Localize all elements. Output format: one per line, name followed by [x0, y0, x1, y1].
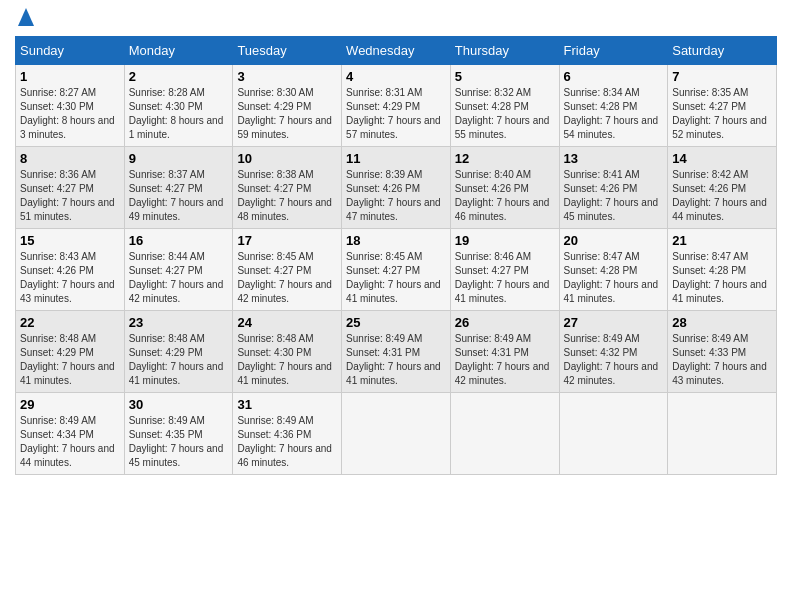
day-number: 27 — [564, 315, 664, 330]
day-number: 6 — [564, 69, 664, 84]
day-number: 25 — [346, 315, 446, 330]
day-number: 31 — [237, 397, 337, 412]
calendar-table: SundayMondayTuesdayWednesdayThursdayFrid… — [15, 36, 777, 475]
col-header-thursday: Thursday — [450, 37, 559, 65]
cell-info: Sunrise: 8:49 AMSunset: 4:32 PMDaylight:… — [564, 333, 659, 386]
calendar-cell: 19Sunrise: 8:46 AMSunset: 4:27 PMDayligh… — [450, 229, 559, 311]
col-header-wednesday: Wednesday — [342, 37, 451, 65]
logo-icon — [18, 8, 34, 26]
calendar-cell: 21Sunrise: 8:47 AMSunset: 4:28 PMDayligh… — [668, 229, 777, 311]
calendar-cell: 29Sunrise: 8:49 AMSunset: 4:34 PMDayligh… — [16, 393, 125, 475]
cell-info: Sunrise: 8:39 AMSunset: 4:26 PMDaylight:… — [346, 169, 441, 222]
day-number: 22 — [20, 315, 120, 330]
cell-info: Sunrise: 8:42 AMSunset: 4:26 PMDaylight:… — [672, 169, 767, 222]
calendar-cell: 18Sunrise: 8:45 AMSunset: 4:27 PMDayligh… — [342, 229, 451, 311]
calendar-cell: 4Sunrise: 8:31 AMSunset: 4:29 PMDaylight… — [342, 65, 451, 147]
cell-info: Sunrise: 8:45 AMSunset: 4:27 PMDaylight:… — [346, 251, 441, 304]
cell-info: Sunrise: 8:47 AMSunset: 4:28 PMDaylight:… — [564, 251, 659, 304]
day-number: 23 — [129, 315, 229, 330]
day-number: 11 — [346, 151, 446, 166]
calendar-cell: 31Sunrise: 8:49 AMSunset: 4:36 PMDayligh… — [233, 393, 342, 475]
calendar-cell: 20Sunrise: 8:47 AMSunset: 4:28 PMDayligh… — [559, 229, 668, 311]
day-number: 13 — [564, 151, 664, 166]
day-number: 7 — [672, 69, 772, 84]
col-header-monday: Monday — [124, 37, 233, 65]
calendar-cell — [668, 393, 777, 475]
cell-info: Sunrise: 8:49 AMSunset: 4:35 PMDaylight:… — [129, 415, 224, 468]
cell-info: Sunrise: 8:32 AMSunset: 4:28 PMDaylight:… — [455, 87, 550, 140]
day-number: 26 — [455, 315, 555, 330]
col-header-sunday: Sunday — [16, 37, 125, 65]
cell-info: Sunrise: 8:45 AMSunset: 4:27 PMDaylight:… — [237, 251, 332, 304]
cell-info: Sunrise: 8:44 AMSunset: 4:27 PMDaylight:… — [129, 251, 224, 304]
svg-marker-0 — [18, 8, 34, 26]
cell-info: Sunrise: 8:49 AMSunset: 4:36 PMDaylight:… — [237, 415, 332, 468]
calendar-cell: 10Sunrise: 8:38 AMSunset: 4:27 PMDayligh… — [233, 147, 342, 229]
cell-info: Sunrise: 8:49 AMSunset: 4:31 PMDaylight:… — [346, 333, 441, 386]
calendar-cell: 28Sunrise: 8:49 AMSunset: 4:33 PMDayligh… — [668, 311, 777, 393]
cell-info: Sunrise: 8:49 AMSunset: 4:34 PMDaylight:… — [20, 415, 115, 468]
day-number: 24 — [237, 315, 337, 330]
day-number: 4 — [346, 69, 446, 84]
day-number: 29 — [20, 397, 120, 412]
cell-info: Sunrise: 8:49 AMSunset: 4:33 PMDaylight:… — [672, 333, 767, 386]
cell-info: Sunrise: 8:48 AMSunset: 4:29 PMDaylight:… — [20, 333, 115, 386]
cell-info: Sunrise: 8:37 AMSunset: 4:27 PMDaylight:… — [129, 169, 224, 222]
day-number: 12 — [455, 151, 555, 166]
day-number: 1 — [20, 69, 120, 84]
cell-info: Sunrise: 8:41 AMSunset: 4:26 PMDaylight:… — [564, 169, 659, 222]
day-number: 9 — [129, 151, 229, 166]
calendar-cell: 5Sunrise: 8:32 AMSunset: 4:28 PMDaylight… — [450, 65, 559, 147]
calendar-cell: 30Sunrise: 8:49 AMSunset: 4:35 PMDayligh… — [124, 393, 233, 475]
cell-info: Sunrise: 8:35 AMSunset: 4:27 PMDaylight:… — [672, 87, 767, 140]
cell-info: Sunrise: 8:28 AMSunset: 4:30 PMDaylight:… — [129, 87, 224, 140]
day-number: 10 — [237, 151, 337, 166]
calendar-cell: 23Sunrise: 8:48 AMSunset: 4:29 PMDayligh… — [124, 311, 233, 393]
day-number: 20 — [564, 233, 664, 248]
calendar-cell: 9Sunrise: 8:37 AMSunset: 4:27 PMDaylight… — [124, 147, 233, 229]
calendar-cell — [559, 393, 668, 475]
calendar-cell: 11Sunrise: 8:39 AMSunset: 4:26 PMDayligh… — [342, 147, 451, 229]
calendar-cell: 14Sunrise: 8:42 AMSunset: 4:26 PMDayligh… — [668, 147, 777, 229]
cell-info: Sunrise: 8:38 AMSunset: 4:27 PMDaylight:… — [237, 169, 332, 222]
day-number: 3 — [237, 69, 337, 84]
day-number: 16 — [129, 233, 229, 248]
cell-info: Sunrise: 8:48 AMSunset: 4:29 PMDaylight:… — [129, 333, 224, 386]
cell-info: Sunrise: 8:34 AMSunset: 4:28 PMDaylight:… — [564, 87, 659, 140]
cell-info: Sunrise: 8:27 AMSunset: 4:30 PMDaylight:… — [20, 87, 115, 140]
col-header-tuesday: Tuesday — [233, 37, 342, 65]
day-number: 30 — [129, 397, 229, 412]
day-number: 15 — [20, 233, 120, 248]
calendar-cell: 7Sunrise: 8:35 AMSunset: 4:27 PMDaylight… — [668, 65, 777, 147]
cell-info: Sunrise: 8:30 AMSunset: 4:29 PMDaylight:… — [237, 87, 332, 140]
calendar-cell: 6Sunrise: 8:34 AMSunset: 4:28 PMDaylight… — [559, 65, 668, 147]
calendar-cell — [450, 393, 559, 475]
calendar-cell — [342, 393, 451, 475]
calendar-cell: 26Sunrise: 8:49 AMSunset: 4:31 PMDayligh… — [450, 311, 559, 393]
cell-info: Sunrise: 8:49 AMSunset: 4:31 PMDaylight:… — [455, 333, 550, 386]
page-header — [15, 10, 777, 30]
cell-info: Sunrise: 8:36 AMSunset: 4:27 PMDaylight:… — [20, 169, 115, 222]
cell-info: Sunrise: 8:47 AMSunset: 4:28 PMDaylight:… — [672, 251, 767, 304]
calendar-cell: 13Sunrise: 8:41 AMSunset: 4:26 PMDayligh… — [559, 147, 668, 229]
calendar-cell: 3Sunrise: 8:30 AMSunset: 4:29 PMDaylight… — [233, 65, 342, 147]
calendar-cell: 1Sunrise: 8:27 AMSunset: 4:30 PMDaylight… — [16, 65, 125, 147]
logo — [15, 14, 34, 30]
day-number: 5 — [455, 69, 555, 84]
calendar-cell: 22Sunrise: 8:48 AMSunset: 4:29 PMDayligh… — [16, 311, 125, 393]
calendar-cell: 16Sunrise: 8:44 AMSunset: 4:27 PMDayligh… — [124, 229, 233, 311]
day-number: 8 — [20, 151, 120, 166]
cell-info: Sunrise: 8:46 AMSunset: 4:27 PMDaylight:… — [455, 251, 550, 304]
col-header-friday: Friday — [559, 37, 668, 65]
day-number: 14 — [672, 151, 772, 166]
day-number: 28 — [672, 315, 772, 330]
day-number: 2 — [129, 69, 229, 84]
calendar-cell: 8Sunrise: 8:36 AMSunset: 4:27 PMDaylight… — [16, 147, 125, 229]
cell-info: Sunrise: 8:40 AMSunset: 4:26 PMDaylight:… — [455, 169, 550, 222]
day-number: 17 — [237, 233, 337, 248]
col-header-saturday: Saturday — [668, 37, 777, 65]
day-number: 19 — [455, 233, 555, 248]
calendar-cell: 27Sunrise: 8:49 AMSunset: 4:32 PMDayligh… — [559, 311, 668, 393]
calendar-cell: 24Sunrise: 8:48 AMSunset: 4:30 PMDayligh… — [233, 311, 342, 393]
calendar-cell: 12Sunrise: 8:40 AMSunset: 4:26 PMDayligh… — [450, 147, 559, 229]
